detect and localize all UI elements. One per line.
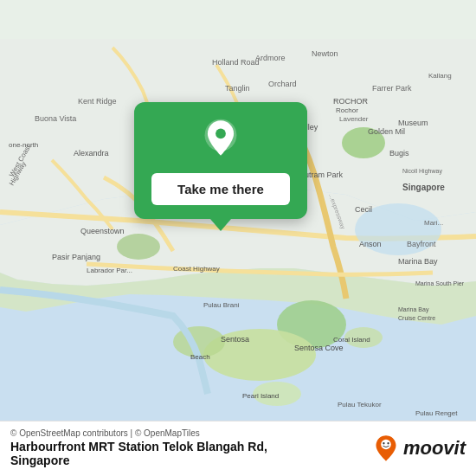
svg-point-63 [383,442,384,444]
svg-text:Cecil: Cecil [355,205,372,214]
svg-text:Labrador Par...: Labrador Par... [87,267,132,274]
svg-text:Pulau Brani: Pulau Brani [203,301,240,309]
svg-text:Coral Island: Coral Island [333,336,370,344]
svg-text:ROCHOR: ROCHOR [333,97,368,106]
svg-text:one-north: one-north [9,141,38,149]
svg-text:Kent Ridge: Kent Ridge [78,97,117,106]
svg-text:Lavender: Lavender [339,115,369,123]
svg-text:Newton: Newton [312,49,338,58]
svg-text:Kallang: Kallang [428,72,452,80]
svg-text:Buona Vista: Buona Vista [35,114,76,123]
svg-point-11 [117,234,160,260]
svg-text:Farrer Park: Farrer Park [372,84,412,93]
svg-point-62 [381,439,391,449]
bottom-bar: © OpenStreetMap contributors | © OpenMap… [0,421,476,476]
svg-text:Cruise Centre: Cruise Centre [398,315,435,321]
svg-text:Anson: Anson [359,240,382,248]
svg-text:Pasir Panjang: Pasir Panjang [52,253,100,261]
svg-text:Singapore: Singapore [402,183,445,192]
svg-text:Rochor: Rochor [336,106,358,114]
svg-text:Bugis: Bugis [389,149,409,158]
svg-text:Museum: Museum [398,119,428,127]
copyright-text: © OpenStreetMap contributors | © OpenMap… [10,428,267,438]
map-background: Buona Vista West Coast Highway Kent Ridg… [0,0,476,476]
svg-text:Nicoll Highway: Nicoll Highway [402,168,442,175]
svg-text:Pulau Tekukor: Pulau Tekukor [338,401,382,408]
svg-point-61 [215,129,226,139]
location-city: Singapore [10,453,267,467]
svg-text:Alexandra: Alexandra [74,149,109,158]
svg-text:Coast Highway: Coast Highway [173,265,220,273]
svg-text:Holland Road: Holland Road [212,58,260,67]
svg-text:Golden Mil: Golden Mil [368,127,405,136]
svg-text:Ardmore: Ardmore [255,54,286,62]
popup-card: Take me there [134,102,307,219]
moovit-brand-text: moovit [403,437,466,460]
svg-text:Sentosa: Sentosa [221,335,249,344]
bottom-left-info: © OpenStreetMap contributors | © OpenMap… [10,428,267,467]
svg-text:Pearl Island: Pearl Island [242,392,279,400]
map-container: Buona Vista West Coast Highway Kent Ridg… [0,0,476,476]
svg-point-64 [387,442,389,444]
svg-text:Orchard: Orchard [268,80,297,88]
svg-text:Pulau Renget: Pulau Renget [415,409,458,417]
moovit-logo: moovit [372,434,466,462]
svg-text:Mari...: Mari... [424,219,443,227]
take-me-there-button[interactable]: Take me there [151,173,290,205]
location-name: Harbourfront MRT Station Telok Blangah R… [10,440,267,453]
moovit-brand-icon [372,434,400,462]
svg-text:Tanglin: Tanglin [225,84,250,93]
svg-text:Sentosa Cove: Sentosa Cove [294,344,344,352]
svg-text:Marina Bay: Marina Bay [398,306,429,313]
svg-text:Beach: Beach [190,353,210,361]
svg-text:Bayfront: Bayfront [407,240,436,248]
location-pin-icon [198,118,243,163]
svg-text:Queenstown: Queenstown [80,227,125,235]
svg-text:Marina Bay: Marina Bay [398,257,438,266]
svg-text:Marina South Pier: Marina South Pier [415,280,465,286]
